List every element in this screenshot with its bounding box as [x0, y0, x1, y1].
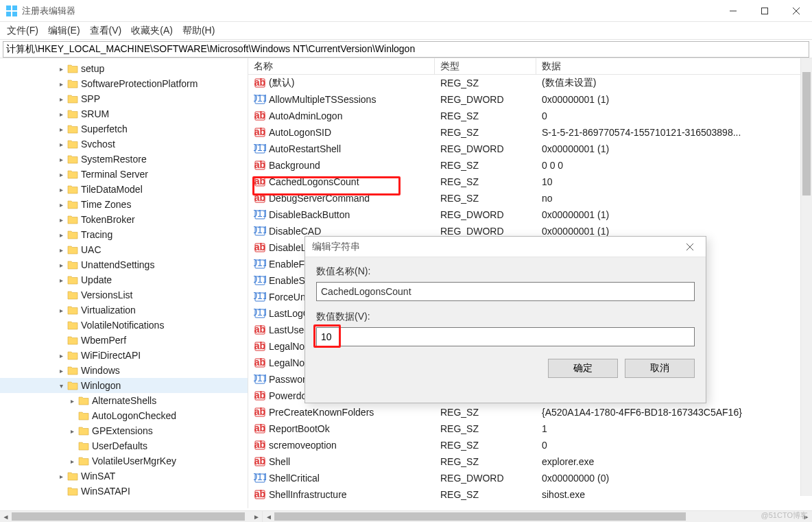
minimize-button[interactable] — [717, 0, 749, 22]
scrollbar-vertical[interactable] — [800, 58, 812, 496]
expand-icon[interactable]: ▸ — [67, 397, 77, 405]
scroll-thumb-h1[interactable] — [12, 512, 245, 521]
tree-item[interactable]: ▸SPP — [0, 91, 248, 106]
tree-label: Tracing — [81, 229, 112, 240]
folder-icon — [78, 396, 89, 405]
expand-icon[interactable]: ▸ — [56, 156, 66, 163]
ok-button[interactable]: 确定 — [548, 359, 618, 378]
tree-item[interactable]: ▾Winlogon — [0, 378, 248, 393]
expand-icon[interactable]: ▸ — [56, 261, 66, 269]
tree-item[interactable]: UserDefaults — [0, 438, 248, 453]
value-row[interactable]: abShellREG_SZexplorer.exe — [248, 453, 812, 470]
expand-icon[interactable]: ▸ — [56, 231, 66, 239]
expand-icon[interactable]: ▸ — [56, 246, 66, 254]
value-row[interactable]: 011DisableBackButtonREG_DWORD0x00000001 … — [248, 206, 812, 223]
tree-item[interactable]: ▸TokenBroker — [0, 212, 248, 227]
expand-icon[interactable]: ▸ — [56, 171, 66, 178]
scroll-thumb-h2[interactable] — [274, 512, 686, 521]
expand-icon[interactable]: ▸ — [67, 427, 77, 435]
expand-icon[interactable]: ▸ — [56, 65, 66, 73]
tree-item[interactable]: AutoLogonChecked — [0, 408, 248, 423]
menu-file[interactable]: 文件(F) — [7, 25, 38, 37]
expand-icon[interactable]: ▸ — [56, 95, 66, 103]
scroll-left-icon[interactable]: ◄ — [0, 511, 12, 522]
scroll-right-icon[interactable]: ► — [250, 511, 262, 522]
expand-icon[interactable]: ▸ — [56, 110, 66, 118]
close-button[interactable] — [780, 0, 812, 22]
tree-item[interactable]: WbemPerf — [0, 333, 248, 348]
value-row[interactable]: abAutoAdminLogonREG_SZ0 — [248, 108, 812, 124]
scroll-left-icon-2[interactable]: ◄ — [263, 511, 274, 522]
tree-label: TokenBroker — [81, 214, 135, 225]
menu-edit[interactable]: 编辑(E) — [48, 25, 80, 37]
value-row[interactable]: abShellInfrastructureREG_SZsihost.exe — [248, 486, 812, 503]
menu-favorites[interactable]: 收藏夹(A) — [131, 25, 173, 37]
expand-icon[interactable]: ▸ — [56, 307, 66, 314]
tree-item[interactable]: ▸setup — [0, 61, 248, 76]
tree-item[interactable]: ▸UAC — [0, 242, 248, 257]
tree-item[interactable]: WinSATAPI — [0, 484, 248, 499]
scroll-thumb-v[interactable] — [802, 72, 811, 195]
registry-tree[interactable]: ▸setup▸SoftwareProtectionPlatform▸SPP▸SR… — [0, 58, 248, 508]
tree-item[interactable]: ▸Time Zones — [0, 197, 248, 212]
value-row[interactable]: abAutoLogonSIDREG_SZS-1-5-21-869770574-1… — [248, 124, 812, 141]
expand-icon[interactable]: ▸ — [56, 216, 66, 224]
expand-icon[interactable]: ▸ — [56, 126, 66, 133]
tree-item[interactable]: ▸VolatileUserMgrKey — [0, 453, 248, 468]
tree-item[interactable]: ▸SystemRestore — [0, 152, 248, 167]
svg-text:ab: ab — [254, 176, 265, 187]
tree-item[interactable]: ▸WinSAT — [0, 468, 248, 484]
value-row[interactable]: abBackgroundREG_SZ0 0 0 — [248, 157, 812, 174]
value-row[interactable]: abReportBootOkREG_SZ1 — [248, 420, 812, 437]
expand-icon[interactable]: ▸ — [56, 141, 66, 148]
folder-icon — [67, 124, 78, 134]
value-row[interactable]: abscremoveoptionREG_SZ0 — [248, 437, 812, 453]
expand-icon[interactable]: ▸ — [67, 458, 77, 465]
expand-icon[interactable]: ▸ — [56, 473, 66, 480]
expand-icon[interactable]: ▾ — [56, 382, 66, 390]
tree-item[interactable]: VolatileNotifications — [0, 318, 248, 333]
expand-icon[interactable]: ▸ — [56, 352, 66, 359]
tree-item[interactable]: ▸Superfetch — [0, 121, 248, 137]
tree-item[interactable]: ▸Windows — [0, 363, 248, 378]
col-data[interactable]: 数据 — [536, 58, 812, 74]
col-type[interactable]: 类型 — [435, 58, 536, 74]
expand-icon[interactable]: ▸ — [56, 186, 66, 193]
folder-icon — [67, 230, 78, 239]
expand-icon[interactable]: ▸ — [56, 367, 66, 375]
dialog-close-button[interactable] — [674, 237, 706, 257]
value-row[interactable]: 011AutoRestartShellREG_DWORD0x00000001 (… — [248, 141, 812, 157]
tree-item[interactable]: ▸WiFiDirectAPI — [0, 348, 248, 363]
menu-help[interactable]: 帮助(H) — [182, 25, 215, 37]
value-row[interactable]: 011AllowMultipleTSSessionsREG_DWORD0x000… — [248, 91, 812, 108]
tree-item[interactable]: ▸GPExtensions — [0, 423, 248, 438]
tree-item[interactable]: ▸Svchost — [0, 137, 248, 152]
maximize-button[interactable] — [749, 0, 780, 22]
tree-item[interactable]: ▸TileDataModel — [0, 182, 248, 197]
scrollbar-horizontal[interactable]: ◄ ► ◄ ► — [0, 510, 812, 522]
cancel-button[interactable]: 取消 — [625, 359, 695, 378]
tree-item[interactable]: ▸Terminal Server — [0, 167, 248, 182]
tree-item[interactable]: ▸UnattendSettings — [0, 257, 248, 272]
value-row[interactable]: 011ShellCriticalREG_DWORD0x00000000 (0) — [248, 470, 812, 486]
value-row[interactable]: ab(默认)REG_SZ(数值未设置) — [248, 75, 812, 91]
value-row[interactable]: abPreCreateKnownFoldersREG_SZ{A520A1A4-1… — [248, 404, 812, 420]
tree-item[interactable]: ▸Virtualization — [0, 302, 248, 318]
value-name-input[interactable] — [316, 282, 695, 301]
menu-view[interactable]: 查看(V) — [90, 25, 122, 37]
expand-icon[interactable]: ▸ — [56, 201, 66, 209]
value-row[interactable]: abDebugServerCommandREG_SZno — [248, 190, 812, 206]
col-name[interactable]: 名称 — [248, 58, 435, 74]
tree-item[interactable]: VersionsList — [0, 287, 248, 302]
tree-item[interactable]: ▸Update — [0, 272, 248, 287]
tree-item[interactable]: ▸SRUM — [0, 106, 248, 121]
value-data-input[interactable] — [316, 327, 695, 346]
tree-item[interactable]: ▸SoftwareProtectionPlatform — [0, 76, 248, 91]
address-input[interactable] — [6, 44, 806, 55]
tree-item[interactable]: ▸AlternateShells — [0, 393, 248, 408]
tree-item[interactable]: ▸Tracing — [0, 227, 248, 242]
dialog-title-bar[interactable]: 编辑字符串 — [305, 237, 706, 257]
expand-icon[interactable]: ▸ — [56, 276, 66, 284]
value-row[interactable]: abCachedLogonsCountREG_SZ10 — [248, 174, 812, 190]
expand-icon[interactable]: ▸ — [56, 80, 66, 88]
